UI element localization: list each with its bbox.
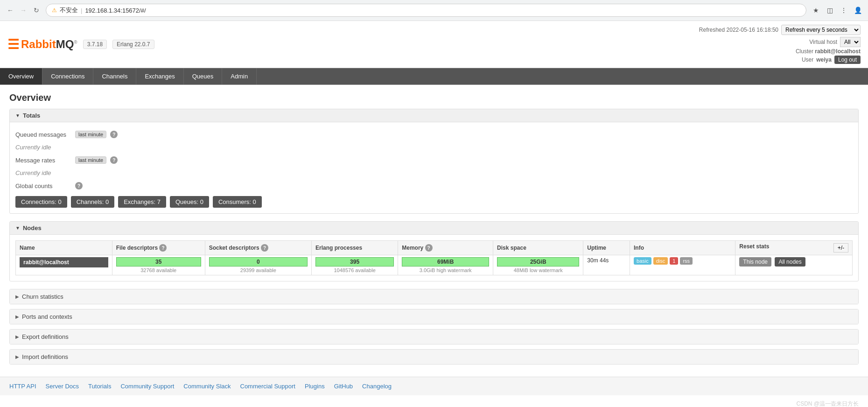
totals-arrow-icon: ▼ xyxy=(15,113,20,118)
this-node-button[interactable]: This node xyxy=(739,257,771,267)
churn-label: Churn statistics xyxy=(22,293,63,300)
logo-icon: ☰ xyxy=(7,37,19,52)
tag-num: 1 xyxy=(670,257,678,265)
vhost-select[interactable]: All xyxy=(840,37,861,47)
socket-desc-available: 29399 available xyxy=(209,267,308,273)
col-disk-space: Disk space xyxy=(493,241,583,255)
footer-link-tutorials[interactable]: Tutorials xyxy=(88,383,111,390)
footer-link-http-api[interactable]: HTTP API xyxy=(9,383,36,390)
memory-help[interactable]: ? xyxy=(425,244,433,252)
totals-section-title: Totals xyxy=(23,112,40,119)
footer-link-community-slack[interactable]: Community Slack xyxy=(183,383,231,390)
queues-count-btn[interactable]: Queues: 0 xyxy=(170,196,209,208)
url-input[interactable] xyxy=(85,7,800,14)
currently-idle-1-row: Currently idle xyxy=(15,141,853,154)
nodes-section-title: Nodes xyxy=(23,225,42,232)
queued-messages-badge[interactable]: last minute xyxy=(75,131,106,138)
node-name-cell: rabbit@localhost xyxy=(16,255,112,275)
erlang-proc-cell: 395 1048576 available xyxy=(312,255,398,275)
totals-section-header[interactable]: ▼ Totals xyxy=(10,109,858,122)
col-info: Info xyxy=(630,241,735,255)
footer-link-github[interactable]: GitHub xyxy=(334,383,353,390)
logo: ☰ RabbitMQ® xyxy=(7,37,77,52)
tab-queues[interactable]: Queues xyxy=(184,68,223,84)
message-rates-badge[interactable]: last minute xyxy=(75,156,106,164)
footer-link-community-support[interactable]: Community Support xyxy=(120,383,174,390)
footer-link-changelog[interactable]: Changelog xyxy=(362,383,392,390)
main-content: Overview ▼ Totals Queued messages last m… xyxy=(0,85,868,377)
message-rates-help[interactable]: ? xyxy=(110,156,118,164)
socket-desc-bar: 0 xyxy=(209,257,308,267)
footer-link-commercial-support[interactable]: Commercial Support xyxy=(240,383,296,390)
import-definitions-header[interactable]: ▶ Import definitions xyxy=(10,350,858,364)
logo-tm: ® xyxy=(74,40,77,45)
watermark-text: CSDN @温一壶来日方长 xyxy=(796,400,859,407)
export-label: Export definitions xyxy=(22,333,69,340)
export-arrow-icon: ▶ xyxy=(15,334,19,339)
forward-button[interactable]: → xyxy=(18,5,29,16)
socket-desc-help[interactable]: ? xyxy=(261,244,268,252)
currently-idle-1: Currently idle xyxy=(15,144,51,151)
global-counts-help[interactable]: ? xyxy=(75,182,83,189)
churn-statistics-header[interactable]: ▶ Churn statistics xyxy=(10,289,858,304)
info-tags: basic disc 1 rss xyxy=(634,257,731,265)
import-arrow-icon: ▶ xyxy=(15,354,19,359)
cluster-label: Cluster xyxy=(796,48,813,55)
connections-count-btn[interactable]: Connections: 0 xyxy=(15,196,67,208)
tab-connections[interactable]: Connections xyxy=(42,68,93,84)
nodes-arrow-icon: ▼ xyxy=(15,225,20,231)
plus-minus-button[interactable]: +/- xyxy=(833,243,848,253)
queued-messages-row: Queued messages last minute ? xyxy=(15,128,853,141)
address-bar: ⚠ 不安全 | xyxy=(46,4,806,17)
col-file-desc: File descriptors ? xyxy=(112,241,205,255)
back-button[interactable]: ← xyxy=(5,5,16,16)
ports-contexts-header[interactable]: ▶ Ports and contexts xyxy=(10,309,858,324)
node-name-value: rabbit@localhost xyxy=(20,257,108,267)
export-definitions-header[interactable]: ▶ Export definitions xyxy=(10,330,858,344)
header-right: Refreshed 2022-05-16 16:18:50 Refresh ev… xyxy=(699,25,861,64)
disk-space-bar: 25GiB xyxy=(497,257,579,267)
nodes-section-header[interactable]: ▼ Nodes xyxy=(10,222,858,235)
logout-button[interactable]: Log out xyxy=(834,56,861,64)
col-reset-stats: Reset stats +/- xyxy=(735,241,853,255)
browser-nav-buttons: ← → ↻ xyxy=(5,5,42,16)
security-warning-text: 不安全 xyxy=(60,6,78,14)
reload-button[interactable]: ↻ xyxy=(31,5,42,16)
consumers-count-btn[interactable]: Consumers: 0 xyxy=(213,196,262,208)
logo-rabbit: Rabbit xyxy=(21,38,56,50)
queued-messages-help[interactable]: ? xyxy=(110,131,118,138)
disk-space-cell: 25GiB 48MiB low watermark xyxy=(493,255,583,275)
table-row: rabbit@localhost 35 32768 available 0 29… xyxy=(16,255,853,275)
user-value: weiya xyxy=(816,56,832,63)
ports-label: Ports and contexts xyxy=(22,313,72,320)
tab-overview[interactable]: Overview xyxy=(0,68,42,84)
extension-icon[interactable]: ◫ xyxy=(824,5,835,16)
all-nodes-button[interactable]: All nodes xyxy=(775,257,805,267)
churn-statistics-section: ▶ Churn statistics xyxy=(9,289,859,304)
totals-section: ▼ Totals Queued messages last minute ? C… xyxy=(9,109,859,214)
footer-link-server-docs[interactable]: Server Docs xyxy=(46,383,79,390)
bookmark-icon[interactable]: ★ xyxy=(810,5,821,16)
tab-exchanges[interactable]: Exchanges xyxy=(136,68,183,84)
tab-channels[interactable]: Channels xyxy=(93,68,136,84)
file-desc-help[interactable]: ? xyxy=(159,244,167,252)
totals-section-body: Queued messages last minute ? Currently … xyxy=(10,122,858,213)
app-header: ☰ RabbitMQ® 3.7.18 Erlang 22.0.7 Refresh… xyxy=(0,21,868,68)
menu-icon[interactable]: ⋮ xyxy=(838,5,849,16)
nodes-table: Name File descriptors ? Socket descripto… xyxy=(15,240,853,275)
refresh-select[interactable]: Refresh every 5 seconds Refresh every 10… xyxy=(781,25,861,35)
erlang-proc-available: 1048576 available xyxy=(315,267,394,273)
file-desc-cell: 35 32768 available xyxy=(112,255,205,275)
user-label: User xyxy=(802,56,813,63)
footer-link-plugins[interactable]: Plugins xyxy=(305,383,325,390)
tab-admin[interactable]: Admin xyxy=(222,68,257,84)
global-counts-row: Global counts ? xyxy=(15,179,853,192)
profile-icon[interactable]: 👤 xyxy=(852,5,863,16)
channels-count-btn[interactable]: Channels: 0 xyxy=(71,196,114,208)
currently-idle-2: Currently idle xyxy=(15,169,51,176)
exchanges-count-btn[interactable]: Exchanges: 7 xyxy=(118,196,166,208)
counts-row: Connections: 0 Channels: 0 Exchanges: 7 … xyxy=(15,196,853,208)
ports-arrow-icon: ▶ xyxy=(15,314,19,319)
col-memory: Memory ? xyxy=(398,241,493,255)
cluster-row: Cluster rabbit@localhost xyxy=(699,48,861,55)
